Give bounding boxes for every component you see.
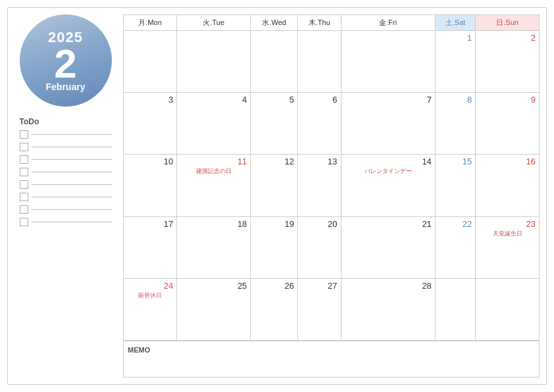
day-number: 27 <box>301 281 338 291</box>
todo-line-4 <box>32 172 112 172</box>
day-number: 4 <box>180 95 247 105</box>
header-fri: 金.Fri <box>341 15 435 31</box>
cal-cell-w3-d4: 13 <box>297 155 341 216</box>
todo-checkbox-1[interactable] <box>20 130 28 139</box>
header-sat: 土.Sat <box>435 15 475 31</box>
todo-item-4 <box>20 168 112 176</box>
cal-cell-w3-d7: 16 <box>476 155 540 216</box>
calendar-week-3: 1011建国記念の日121314バレンタインデー1516 <box>124 155 540 216</box>
todo-line-3 <box>32 159 112 160</box>
cal-cell-w5-d3: 26 <box>251 278 298 340</box>
event-label: 建国記念の日 <box>180 168 247 175</box>
day-number: 13 <box>301 157 338 166</box>
day-number: 26 <box>254 281 294 291</box>
cal-cell-w2-d6: 8 <box>435 93 475 155</box>
todo-item-6 <box>20 193 112 201</box>
day-number: 21 <box>345 219 432 229</box>
todo-item-3 <box>20 155 112 164</box>
cal-cell-w5-d2: 25 <box>177 278 251 340</box>
todo-checkbox-4[interactable] <box>20 168 28 176</box>
todo-section: ToDo <box>20 117 112 230</box>
day-number: 16 <box>479 157 536 166</box>
memo-label: MEMO <box>128 346 150 354</box>
day-number: 2 <box>479 33 536 43</box>
header-mon: 月.Mon <box>124 15 177 31</box>
cal-cell-w1-d5 <box>341 31 435 93</box>
cal-cell-w4-d5: 21 <box>341 216 435 278</box>
page: 2025 2 February ToDo <box>7 7 547 385</box>
calendar-week-5: 24振替休日25262728 <box>124 278 540 340</box>
cal-cell-w3-d2: 11建国記念の日 <box>177 155 251 216</box>
month-name: February <box>46 82 86 92</box>
cal-cell-w1-d1 <box>124 31 177 93</box>
cal-cell-w4-d6: 22 <box>435 216 475 278</box>
day-number: 22 <box>439 219 472 229</box>
todo-item-1 <box>20 130 112 139</box>
todo-item-2 <box>20 143 112 151</box>
day-number: 10 <box>127 157 173 166</box>
cal-cell-w4-d1: 17 <box>124 216 177 278</box>
month-circle: 2025 2 February <box>20 14 112 107</box>
cal-cell-w3-d6: 15 <box>435 155 475 216</box>
todo-checkbox-3[interactable] <box>20 155 28 164</box>
cal-cell-w4-d2: 18 <box>177 216 251 278</box>
cal-cell-w2-d3: 5 <box>251 93 298 155</box>
todo-line-5 <box>32 184 112 185</box>
cal-cell-w5-d4: 27 <box>297 278 341 340</box>
cal-cell-w1-d3 <box>251 31 298 93</box>
day-number: 15 <box>439 157 472 166</box>
event-label: 天皇誕生日 <box>479 230 536 237</box>
calendar-header-row: 月.Mon 火.Tue 水.Wed 木.Thu 金.Fri 土.Sat 日.Su… <box>124 15 540 31</box>
day-number: 19 <box>254 219 294 229</box>
cal-cell-w4-d7: 23天皇誕生日 <box>476 216 540 278</box>
header-wed: 水.Wed <box>251 15 298 31</box>
day-number: 3 <box>127 95 173 105</box>
memo-section: MEMO <box>123 341 540 378</box>
todo-checkbox-6[interactable] <box>20 193 28 201</box>
day-number: 17 <box>127 219 173 229</box>
cal-cell-w5-d6 <box>435 278 475 340</box>
day-number: 25 <box>180 281 247 291</box>
cal-cell-w5-d1: 24振替休日 <box>124 278 177 340</box>
todo-item-7 <box>20 205 112 214</box>
cal-cell-w3-d3: 12 <box>251 155 298 216</box>
day-number: 6 <box>301 95 338 105</box>
cal-cell-w1-d2 <box>177 31 251 93</box>
todo-line-1 <box>32 134 112 135</box>
cal-cell-w4-d3: 19 <box>251 216 298 278</box>
cal-cell-w2-d4: 6 <box>297 93 341 155</box>
day-number: 7 <box>345 95 432 105</box>
calendar-week-4: 17181920212223天皇誕生日 <box>124 216 540 278</box>
todo-item-8 <box>20 218 112 226</box>
day-number: 9 <box>479 95 536 105</box>
day-number: 18 <box>180 219 247 229</box>
todo-checkbox-7[interactable] <box>20 205 28 214</box>
event-label: バレンタインデー <box>345 168 432 175</box>
todo-checkbox-2[interactable] <box>20 143 28 151</box>
cal-cell-w3-d1: 10 <box>124 155 177 216</box>
cal-cell-w2-d7: 9 <box>476 93 540 155</box>
day-number: 28 <box>345 281 432 291</box>
cal-cell-w2-d1: 3 <box>124 93 177 155</box>
todo-checkbox-8[interactable] <box>20 218 28 226</box>
calendar-week-1: 12 <box>124 31 540 93</box>
day-number: 8 <box>439 95 472 105</box>
calendar-table: 月.Mon 火.Tue 水.Wed 木.Thu 金.Fri 土.Sat 日.Su… <box>123 14 540 341</box>
day-number: 20 <box>301 219 338 229</box>
cal-cell-w5-d5: 28 <box>341 278 435 340</box>
cal-cell-w2-d5: 7 <box>341 93 435 155</box>
cal-cell-w4-d4: 20 <box>297 216 341 278</box>
cal-cell-w5-d7 <box>476 278 540 340</box>
header-sun: 日.Sun <box>476 15 540 31</box>
event-label: 振替休日 <box>127 292 173 299</box>
todo-line-8 <box>32 222 112 222</box>
cal-cell-w2-d2: 4 <box>177 93 251 155</box>
cal-cell-w1-d6: 1 <box>435 31 475 93</box>
cal-cell-w3-d5: 14バレンタインデー <box>341 155 435 216</box>
todo-line-6 <box>32 197 112 197</box>
todo-checkbox-5[interactable] <box>20 180 28 189</box>
todo-item-5 <box>20 180 112 189</box>
day-number: 14 <box>345 157 432 166</box>
day-number: 24 <box>127 281 173 291</box>
todo-line-2 <box>32 147 112 147</box>
